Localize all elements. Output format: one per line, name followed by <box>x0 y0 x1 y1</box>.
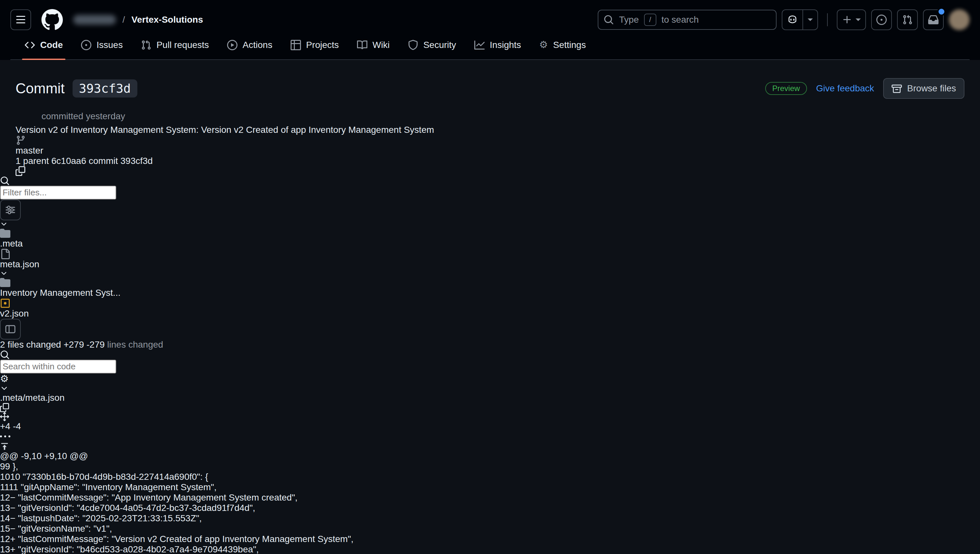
breadcrumb-owner-redacted[interactable] <box>73 15 116 25</box>
create-new-dropdown[interactable] <box>854 10 865 29</box>
diff-file-card: .meta/meta.json +4 -4 @@ -9,10 +9,10 @@9… <box>0 384 980 554</box>
tab-insights[interactable]: Insights <box>465 36 530 59</box>
page-title: Commit <box>16 80 65 97</box>
tab-settings[interactable]: ⚙Settings <box>530 36 595 59</box>
inbox-icon <box>928 14 939 25</box>
copy-sha-icon[interactable] <box>16 166 964 176</box>
breadcrumb-separator: / <box>121 14 126 25</box>
old-line-number[interactable]: 14 <box>0 513 10 523</box>
issues-header-button[interactable] <box>871 10 892 30</box>
hunk-header: @@ -9,10 +9,10 @@ <box>0 451 88 461</box>
browse-files-button[interactable]: Browse files <box>883 78 964 99</box>
diff-marker: − <box>10 503 15 513</box>
chevron-down-icon <box>808 19 813 21</box>
tree-folder-meta[interactable]: .meta <box>0 220 980 249</box>
search-within-code-input[interactable] <box>0 360 116 374</box>
hamburger-menu-button[interactable] <box>10 10 31 30</box>
create-new-button[interactable] <box>837 10 866 30</box>
code-line: "lastpushDate": "2025-02-23T21:33:15.553… <box>16 513 202 523</box>
tab-security[interactable]: Security <box>399 36 465 59</box>
copy-path-icon[interactable] <box>0 403 980 412</box>
old-line-number[interactable]: 13 <box>0 503 10 513</box>
diff-hunk-row: @@ -9,10 +9,10 @@ <box>0 442 980 461</box>
github-logo[interactable] <box>41 9 63 30</box>
collapse-file-chevron-icon[interactable] <box>0 384 980 393</box>
tab-code[interactable]: Code <box>16 36 72 59</box>
diff-marker: − <box>10 513 15 523</box>
author-avatar[interactable] <box>16 108 31 124</box>
commit-sha: 393cf3d <box>121 156 153 166</box>
tab-pull-requests[interactable]: Pull requests <box>132 36 218 59</box>
breadcrumb-repo-name[interactable]: Vertex-Solutions <box>132 14 203 25</box>
old-line-number[interactable]: 11 <box>0 482 9 492</box>
collapse-file-tree-button[interactable] <box>0 319 21 339</box>
tree-file-meta-json[interactable]: meta.json <box>0 249 980 269</box>
old-line-number[interactable]: 15 <box>0 524 10 533</box>
archive-icon <box>892 83 902 94</box>
diff-line-add: 12+ "lastCommitMessage": "Version v2 Cre… <box>0 534 980 544</box>
parent-sha-link[interactable]: 6c10aa6 <box>51 156 86 166</box>
diff-settings-gear-icon[interactable]: ⚙ <box>0 373 9 384</box>
global-search[interactable]: Type / to search <box>598 10 776 30</box>
tree-file-v2-json[interactable]: v2.json <box>0 298 980 319</box>
diff-table: @@ -9,10 +9,10 @@99 },1010 "7330b16b-b70… <box>0 442 980 554</box>
github-commit-page: / Vertex-Solutions Type / to search <box>0 0 980 554</box>
file-path: .meta/meta.json <box>0 393 64 403</box>
tab-label: Pull requests <box>156 40 209 50</box>
branch-row: master 1 parent 6c10aa6 commit 393cf3d <box>16 135 964 176</box>
chevron-down-icon <box>0 220 980 228</box>
new-line-number[interactable]: 11 <box>9 482 18 492</box>
filter-files-input[interactable] <box>0 186 116 200</box>
tab-label: Code <box>40 40 63 50</box>
search-placeholder-pre: Type <box>619 14 639 25</box>
old-line-number[interactable]: 12 <box>0 492 10 503</box>
new-line-number[interactable]: 13 <box>0 544 10 554</box>
total-additions: +279 <box>64 339 84 350</box>
branch-name[interactable]: master <box>16 145 43 156</box>
insights-icon <box>474 40 485 50</box>
new-line-number[interactable]: 9 <box>5 461 10 471</box>
code-line: "gitVersionId": "4cde7004-4a05-47d2-bc37… <box>16 503 255 513</box>
github-mark-icon <box>41 9 63 30</box>
commit-word: commit <box>89 156 118 166</box>
commit-header: Commit 393cf3d Preview Give feedback Bro… <box>0 60 980 176</box>
tab-wiki[interactable]: Wiki <box>348 36 399 59</box>
old-line-number[interactable]: 9 <box>0 461 5 471</box>
tab-actions[interactable]: Actions <box>218 36 282 59</box>
file-icon <box>0 249 980 259</box>
new-line-number[interactable]: 10 <box>10 472 20 482</box>
expand-hunk-button[interactable] <box>0 442 980 451</box>
commit-message: Version v2 of Inventory Management Syste… <box>16 125 964 135</box>
copilot-dropdown-button[interactable] <box>803 10 818 29</box>
file-filter-button[interactable] <box>0 200 21 220</box>
drag-file-icon[interactable] <box>0 412 980 421</box>
git-pull-request-icon <box>902 14 913 25</box>
search-slash-key: / <box>644 14 656 26</box>
new-line-number[interactable]: 12 <box>0 534 10 544</box>
diff-line-add: 13+ "gitVersionId": "b46cd533-a028-4b02-… <box>0 544 980 554</box>
security-icon <box>408 40 418 50</box>
wiki-icon <box>357 40 368 50</box>
tab-label: Projects <box>306 40 339 50</box>
copilot-icon <box>783 10 802 29</box>
inbox-button[interactable] <box>923 10 944 30</box>
code-line: "gitVersionName": "v1", <box>16 524 112 533</box>
copilot-button[interactable] <box>782 10 818 30</box>
give-feedback-link[interactable]: Give feedback <box>816 83 874 94</box>
code-line: "lastCommitMessage": "Version v2 Created… <box>16 534 354 544</box>
pull-requests-header-button[interactable] <box>897 10 918 30</box>
tab-issues[interactable]: Issues <box>72 36 132 59</box>
tree-folder-inventory-management-syst[interactable]: Inventory Management Syst... <box>0 269 980 298</box>
global-header: / Vertex-Solutions Type / to search <box>0 0 980 60</box>
tree-item-label: v2.json <box>0 309 29 318</box>
tab-label: Issues <box>97 40 123 50</box>
file-modified-icon <box>0 298 980 309</box>
diff-line-del: 12− "lastCommitMessage": "App Inventory … <box>0 492 980 503</box>
user-avatar[interactable] <box>949 10 970 30</box>
tab-projects[interactable]: Projects <box>282 36 348 59</box>
file-options-kebab-icon[interactable] <box>0 431 980 442</box>
diff-line-del: 14− "lastpushDate": "2025-02-23T21:33:15… <box>0 513 980 524</box>
old-line-number[interactable]: 10 <box>0 472 10 482</box>
code-line: }, <box>10 461 18 471</box>
diff-file-header: .meta/meta.json +4 -4 <box>0 384 980 442</box>
